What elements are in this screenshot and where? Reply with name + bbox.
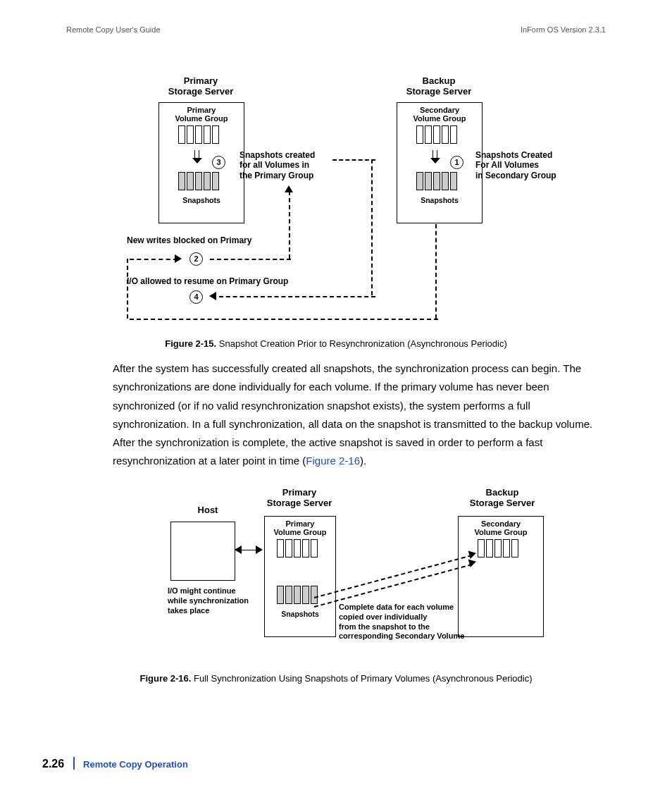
- figure-2-15: Primary Storage Server Primary Volume Gr…: [120, 70, 613, 338]
- caption-text: Snapshot Creation Prior to Resynchroniza…: [219, 338, 507, 349]
- step-4-text: I/O allowed to resume on Primary Group: [127, 276, 288, 286]
- secondary-vg-title2: Secondary Volume Group: [459, 519, 543, 536]
- paragraph-tail: ).: [360, 455, 366, 467]
- step-2-text: New writes blocked on Primary: [127, 235, 251, 245]
- header-right: InForm OS Version 2.3.1: [521, 25, 606, 34]
- dashed-line: [289, 191, 290, 259]
- primary-volumes2: [276, 539, 318, 560]
- dashed-line: [130, 319, 438, 320]
- primary-volumes: [178, 125, 220, 147]
- step-4-marker: 4: [189, 290, 203, 304]
- dashed-line: [127, 259, 128, 319]
- arrow-left-icon: [235, 546, 242, 554]
- dashed-line: [332, 159, 375, 161]
- dashed-line: [210, 259, 291, 260]
- body-paragraph: After the system has successfully create…: [113, 359, 606, 471]
- figure-2-16-caption: Figure 2-16. Full Synchronization Using …: [0, 673, 672, 684]
- figure-2-16: Host I/O might continue while synchroniz…: [120, 488, 613, 671]
- arrow-right-icon: [256, 546, 263, 554]
- caption-label: Figure 2-15.: [165, 338, 216, 349]
- host-box: [170, 522, 235, 581]
- primary-vg-title2: Primary Volume Group: [265, 519, 335, 536]
- host-title: Host: [187, 505, 229, 516]
- secondary-snapshots-label: Snapshots: [397, 196, 482, 204]
- secondary-volumes: [416, 125, 458, 147]
- arrow-down-icon: [193, 150, 201, 164]
- backup-box: Secondary Volume Group Snapshots: [397, 102, 483, 223]
- footer-section: Remote Copy Operation: [83, 759, 188, 770]
- step-2-marker: 2: [189, 252, 203, 266]
- secondary-vg-title: Secondary Volume Group: [397, 106, 482, 123]
- secondary-volumes2: [477, 539, 519, 560]
- step-1-marker: 1: [450, 156, 463, 169]
- header-left: Remote Copy User's Guide: [66, 25, 161, 34]
- paragraph-text: After the system has successfully create…: [113, 362, 592, 467]
- dashed-line: [314, 564, 473, 608]
- bi-arrow-line: [242, 550, 256, 550]
- page-number: 2.26: [42, 758, 64, 770]
- primary-snapshots2: [276, 586, 318, 607]
- copy-caption: Complete data for each volume copied ove…: [339, 603, 494, 641]
- step-3-marker: 3: [212, 156, 225, 169]
- arrow-down-icon: [431, 150, 440, 164]
- secondary-snapshots: [416, 172, 458, 193]
- dashed-line: [371, 159, 373, 295]
- primary-box2: Primary Volume Group Snapshots: [264, 516, 336, 637]
- primary-snapshots-label2: Snapshots: [265, 610, 335, 618]
- primary-snapshots-label: Snapshots: [159, 196, 244, 204]
- footer-separator: [73, 757, 75, 770]
- primary-server-title2: Primary Storage Server: [257, 488, 342, 509]
- step-3-text: Snapshots created for all Volumes in the…: [239, 150, 338, 180]
- io-caption: I/O might continue while synchronization…: [168, 586, 266, 615]
- page-header: Remote Copy User's Guide InForm OS Versi…: [66, 25, 606, 34]
- arrow-right-icon: [175, 254, 182, 263]
- dashed-line: [435, 224, 437, 319]
- dashed-line: [130, 259, 178, 260]
- primary-box: Primary Volume Group Snapshots: [158, 102, 244, 223]
- dashed-line: [314, 555, 473, 598]
- page-footer: 2.26 Remote Copy Operation: [42, 757, 188, 770]
- figure-2-15-caption: Figure 2-15. Snapshot Creation Prior to …: [0, 338, 672, 349]
- primary-vg-title: Primary Volume Group: [159, 106, 244, 123]
- step-1-text: Snapshots Created For All Volumes in Sec…: [475, 150, 588, 180]
- figure-link[interactable]: Figure 2-16: [306, 455, 360, 467]
- primary-server-title: Primary Storage Server: [158, 76, 243, 97]
- caption-label: Figure 2-16.: [139, 673, 191, 684]
- arrow-up-icon: [285, 185, 293, 192]
- primary-snapshots: [178, 172, 220, 193]
- arrow-left-icon: [209, 292, 216, 300]
- dashed-line: [219, 296, 375, 297]
- backup-server-title2: Backup Storage Server: [460, 488, 545, 509]
- backup-server-title: Backup Storage Server: [397, 76, 481, 97]
- caption-text: Full Synchronization Using Snapshots of …: [194, 673, 533, 684]
